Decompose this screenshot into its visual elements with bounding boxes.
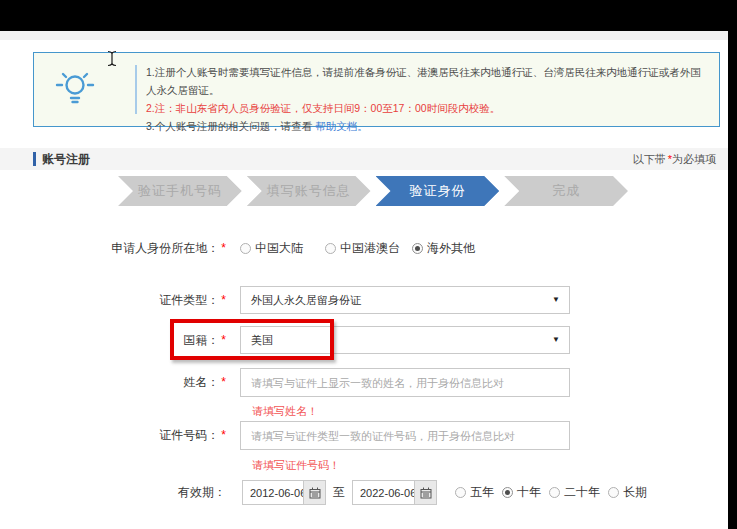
cert-no-label: 证件号码：*: [0, 421, 226, 450]
radio-option-mainland[interactable]: 中国大陆: [240, 240, 303, 257]
help-doc-link[interactable]: 帮助文档。: [315, 120, 368, 132]
step-verify-phone: 验证手机号码: [118, 176, 242, 206]
notice-line-2: 2.注：非山东省内人员身份验证，仅支持日间9：00至17：00时间段内校验。: [146, 99, 711, 117]
cert-no-field-box: [240, 421, 570, 450]
validity-to-label: 至: [333, 480, 345, 505]
location-label: 申请人身份所在地：*: [0, 240, 226, 256]
notice-line-1: 1.注册个人账号时需要填写证件信息，请提前准备身份证、港澳居民往来内地通行证、台…: [146, 63, 711, 99]
radio-hkmotw[interactable]: [325, 243, 336, 254]
calendar-button[interactable]: [303, 481, 325, 504]
cert-type-value: 外国人永久居留身份证: [241, 287, 569, 313]
radio-option-longterm[interactable]: 长期: [608, 484, 647, 501]
notice-line-3: 3.个人账号注册的相关问题，请查看 帮助文档。: [146, 117, 711, 135]
radio-overseas[interactable]: [412, 243, 423, 254]
radio-option-20years[interactable]: 二十年: [549, 484, 600, 501]
validity-radio-group: 五年 十年 二十年 长期: [455, 480, 655, 505]
chevron-down-icon: ▼: [552, 335, 560, 345]
radio-option-10years[interactable]: 十年: [502, 484, 541, 501]
cert-type-select[interactable]: 外国人永久居留身份证 ▼: [240, 286, 570, 314]
row-location: 申请人身份所在地：* 中国大陆 中国港澳台 海外其他: [0, 240, 728, 256]
name-input[interactable]: [241, 369, 569, 396]
row-cert-no: 证件号码：*: [0, 421, 728, 450]
top-black-bar: [0, 0, 737, 31]
validity-start-box: [242, 480, 326, 505]
validity-label: 有效期：: [0, 480, 226, 505]
calendar-icon: [420, 487, 432, 499]
step-account-info: 填写账号信息: [247, 176, 371, 206]
nationality-select[interactable]: 美国 ▼: [240, 326, 570, 354]
row-nationality: 国籍：* 美国 ▼: [0, 326, 728, 354]
cert-no-error: 请填写证件号码！: [252, 458, 340, 473]
notice-divider: [135, 65, 137, 114]
row-name: 姓名：*: [0, 368, 728, 397]
required-note: 以下带*为必填项: [633, 148, 716, 170]
nationality-value: 美国: [241, 327, 569, 353]
right-black-bar: [728, 0, 737, 529]
name-field-box: [240, 368, 570, 397]
section-header: 账号注册 以下带*为必填项: [0, 148, 728, 170]
calendar-button[interactable]: [414, 481, 436, 504]
radio-mainland[interactable]: [240, 243, 251, 254]
validity-end-box: [352, 480, 437, 505]
cert-type-label: 证件类型：*: [0, 286, 226, 314]
name-error: 请填写姓名！: [252, 404, 318, 419]
radio-longterm[interactable]: [608, 487, 619, 498]
notice-box: 1.注册个人账号时需要填写证件信息，请提前准备身份证、港澳居民往来内地通行证、台…: [33, 52, 720, 127]
name-label: 姓名：*: [0, 368, 226, 397]
notice-text: 1.注册个人账号时需要填写证件信息，请提前准备身份证、港澳居民往来内地通行证、台…: [146, 63, 711, 135]
page-background-strip: [0, 31, 737, 40]
radio-5years[interactable]: [455, 487, 466, 498]
row-validity: 有效期： 至: [0, 480, 728, 505]
radio-option-5years[interactable]: 五年: [455, 484, 494, 501]
radio-option-hkmotw[interactable]: 中国港澳台: [325, 240, 400, 257]
text-cursor-icon: [106, 50, 118, 67]
step-wizard: 验证手机号码 填写账号信息 验证身份 完成: [118, 176, 628, 206]
radio-20years[interactable]: [549, 487, 560, 498]
title-accent-bar: [33, 152, 36, 166]
registration-page: 1.注册个人账号时需要填写证件信息，请提前准备身份证、港澳居民往来内地通行证、台…: [0, 0, 737, 529]
radio-option-overseas[interactable]: 海外其他: [412, 240, 475, 257]
chevron-down-icon: ▼: [552, 295, 560, 305]
nationality-label: 国籍：*: [0, 326, 226, 354]
lightbulb-icon: [55, 68, 95, 112]
calendar-icon: [309, 487, 321, 499]
page-title: 账号注册: [42, 148, 90, 170]
step-verify-identity: 验证身份: [376, 176, 500, 206]
validity-start-input[interactable]: [243, 481, 303, 504]
radio-10years[interactable]: [502, 487, 513, 498]
step-complete: 完成: [504, 176, 628, 206]
cert-no-input[interactable]: [241, 422, 569, 449]
validity-end-input[interactable]: [353, 481, 414, 504]
location-radio-group: 中国大陆 中国港澳台 海外其他: [240, 240, 475, 256]
row-cert-type: 证件类型：* 外国人永久居留身份证 ▼: [0, 286, 728, 314]
